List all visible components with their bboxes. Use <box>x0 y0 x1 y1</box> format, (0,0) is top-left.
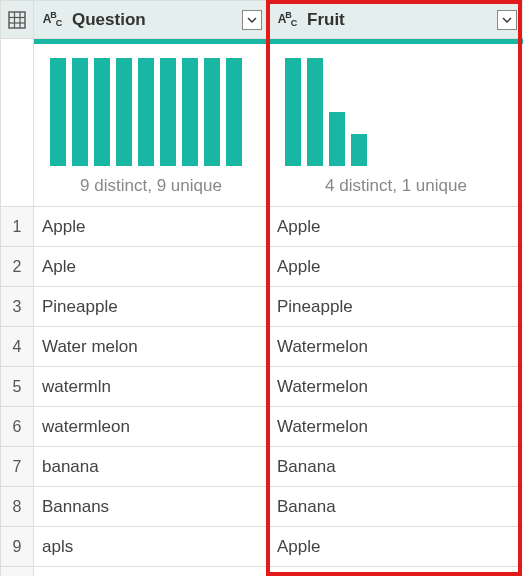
column-name: Fruit <box>307 10 497 30</box>
cell-fruit[interactable]: Banana <box>269 447 523 487</box>
svg-rect-0 <box>9 12 25 28</box>
row-number[interactable]: 8 <box>1 487 34 527</box>
distribution-bar <box>307 58 323 166</box>
profile-gutter <box>1 39 34 207</box>
row-number[interactable]: 4 <box>1 327 34 367</box>
cell-question[interactable]: Aple <box>34 247 269 287</box>
distribution-chart <box>269 44 523 172</box>
cell-fruit[interactable]: Banana <box>269 487 523 527</box>
row-number[interactable]: 3 <box>1 287 34 327</box>
column-profile-question[interactable]: 9 distinct, 9 unique <box>34 39 269 207</box>
cell-question[interactable]: Pineapple <box>34 287 269 327</box>
column-header-fruit[interactable]: ABC Fruit <box>269 1 523 39</box>
chevron-down-icon <box>502 15 512 25</box>
row-number[interactable]: 5 <box>1 367 34 407</box>
datatype-text-icon: ABC <box>38 10 66 28</box>
blank-row <box>34 567 269 576</box>
distribution-bar <box>72 58 88 166</box>
cell-question[interactable]: watermln <box>34 367 269 407</box>
select-all-corner[interactable] <box>1 1 34 39</box>
data-grid: ABC Question ABC Fruit 9 distinct, 9 uni… <box>0 0 523 576</box>
distribution-bar <box>182 58 198 166</box>
column-name: Question <box>72 10 242 30</box>
distribution-bar <box>226 58 242 166</box>
blank-row <box>269 567 523 576</box>
cell-fruit[interactable]: Watermelon <box>269 327 523 367</box>
column-filter-button[interactable] <box>497 10 517 30</box>
column-header-question[interactable]: ABC Question <box>34 1 269 39</box>
row-number[interactable]: 7 <box>1 447 34 487</box>
cell-question[interactable]: Water melon <box>34 327 269 367</box>
distribution-bar <box>94 58 110 166</box>
row-number[interactable]: 6 <box>1 407 34 447</box>
distribution-bar <box>160 58 176 166</box>
profile-stats: 9 distinct, 9 unique <box>34 172 268 206</box>
cell-fruit[interactable]: Watermelon <box>269 367 523 407</box>
distribution-chart <box>34 44 268 172</box>
column-filter-button[interactable] <box>242 10 262 30</box>
cell-fruit[interactable]: Watermelon <box>269 407 523 447</box>
column-profile-fruit[interactable]: 4 distinct, 1 unique <box>269 39 523 207</box>
distribution-bar <box>50 58 66 166</box>
datatype-text-icon: ABC <box>273 10 301 28</box>
distribution-bar <box>285 58 301 166</box>
row-number[interactable]: 9 <box>1 527 34 567</box>
cell-fruit[interactable]: Apple <box>269 527 523 567</box>
cell-question[interactable]: Apple <box>34 207 269 247</box>
profile-stats: 4 distinct, 1 unique <box>269 172 523 206</box>
cell-fruit[interactable]: Pineapple <box>269 287 523 327</box>
distribution-bar <box>116 58 132 166</box>
cell-question[interactable]: apls <box>34 527 269 567</box>
table-icon <box>8 11 26 29</box>
row-number[interactable]: 1 <box>1 207 34 247</box>
distribution-bar <box>204 58 220 166</box>
cell-question[interactable]: Bannans <box>34 487 269 527</box>
chevron-down-icon <box>247 15 257 25</box>
cell-question[interactable]: watermleon <box>34 407 269 447</box>
cell-question[interactable]: banana <box>34 447 269 487</box>
distribution-bar <box>138 58 154 166</box>
cell-fruit[interactable]: Apple <box>269 207 523 247</box>
distribution-bar <box>329 112 345 166</box>
cell-fruit[interactable]: Apple <box>269 247 523 287</box>
row-number[interactable]: 2 <box>1 247 34 287</box>
blank-row <box>1 567 34 576</box>
distribution-bar <box>351 134 367 166</box>
